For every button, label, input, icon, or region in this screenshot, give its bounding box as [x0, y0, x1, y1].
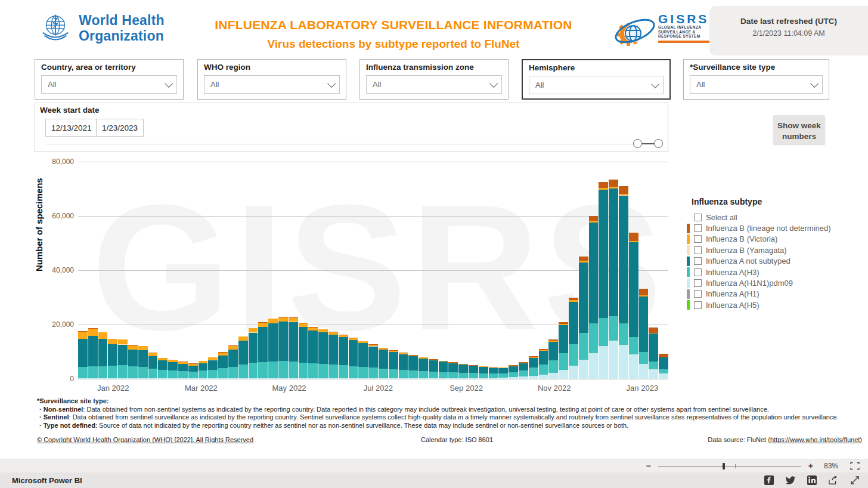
legend-item[interactable]: Influenza A(H1N1)pdm09 — [687, 277, 831, 288]
bar-week-2022-05-09[interactable] — [289, 162, 298, 379]
bar-week-2023-01-23[interactable] — [659, 162, 668, 379]
bar-week-2022-10-17[interactable] — [519, 162, 528, 379]
bar-week-2022-04-25[interactable] — [268, 162, 278, 379]
bar-week-2022-11-07[interactable] — [548, 162, 558, 379]
bar-week-2022-12-12[interactable] — [599, 162, 608, 379]
bar-week-2023-01-09[interactable] — [639, 162, 649, 379]
legend-checkbox[interactable] — [694, 301, 702, 309]
start-date-input[interactable]: 12/13/2021 — [45, 119, 98, 137]
fullscreen-icon[interactable] — [850, 475, 860, 485]
legend-item[interactable]: Influenza B (lineage not determined) — [687, 223, 831, 233]
zoom-slider-handle[interactable] — [723, 463, 725, 470]
legend-item[interactable]: Influenza A(H1) — [687, 289, 831, 299]
bar-week-2022-06-13[interactable] — [339, 162, 348, 379]
bar-week-2022-03-21[interactable] — [218, 162, 228, 379]
legend-checkbox[interactable] — [694, 224, 702, 232]
data-source-link[interactable]: https://www.who.int/tools/flunet — [770, 436, 860, 443]
bar-week-2022-01-10[interactable] — [118, 162, 128, 379]
bar-week-2022-09-12[interactable] — [469, 162, 478, 379]
zoom-out-button[interactable]: − — [646, 463, 651, 469]
fit-to-page-icon[interactable] — [850, 462, 860, 470]
bar-week-2022-11-21[interactable] — [569, 162, 578, 379]
bar-week-2021-12-27[interactable] — [98, 162, 108, 379]
legend-item[interactable]: Influenza A(H5) — [687, 299, 831, 310]
zoom-slider[interactable] — [658, 462, 801, 470]
legend-item[interactable]: Influenza A not subtyped — [687, 256, 831, 267]
legend-checkbox[interactable] — [694, 235, 702, 243]
bar-week-2022-10-24[interactable] — [529, 162, 538, 379]
bar-week-2022-08-15[interactable] — [429, 162, 438, 379]
bar-week-2022-03-28[interactable] — [228, 162, 238, 379]
slicer-dropdown-hemisphere[interactable]: All — [529, 76, 664, 94]
legend-item[interactable]: Influenza B (Yamagata) — [687, 245, 831, 255]
show-week-numbers-button[interactable]: Show week numbers — [773, 115, 825, 144]
bar-week-2022-08-22[interactable] — [439, 162, 448, 379]
legend-checkbox[interactable] — [694, 257, 702, 265]
bar-week-2022-05-02[interactable] — [278, 162, 288, 379]
bar-week-2022-05-30[interactable] — [318, 162, 328, 379]
copyright-link[interactable]: © Copyright World Health Organization (W… — [37, 436, 253, 443]
bar-week-2022-05-16[interactable] — [299, 162, 308, 379]
legend-item[interactable]: Influenza A(H3) — [687, 267, 831, 277]
bar-week-2022-08-08[interactable] — [418, 162, 428, 379]
legend-checkbox[interactable] — [694, 290, 702, 298]
date-range-end-handle[interactable] — [654, 139, 663, 148]
bar-week-2022-04-04[interactable] — [238, 162, 248, 379]
bar-week-2022-09-19[interactable] — [479, 162, 488, 379]
bar-week-2023-01-16[interactable] — [649, 162, 658, 379]
bar-week-2022-11-28[interactable] — [579, 162, 588, 379]
share-icon[interactable] — [828, 475, 839, 485]
bar-week-2022-06-06[interactable] — [328, 162, 338, 379]
slicer-dropdown-who-region[interactable]: All — [204, 75, 340, 94]
bar-week-2022-07-25[interactable] — [399, 162, 408, 379]
bar-week-2022-02-28[interactable] — [188, 162, 198, 379]
bar-week-2022-09-05[interactable] — [458, 162, 468, 379]
legend-checkbox[interactable] — [694, 279, 702, 287]
bar-week-2022-12-26[interactable] — [619, 162, 628, 379]
bar-week-2022-03-14[interactable] — [208, 162, 218, 379]
bar-week-2022-02-21[interactable] — [178, 162, 188, 379]
bar-week-2022-08-01[interactable] — [408, 162, 418, 379]
bar-week-2022-11-14[interactable] — [559, 162, 568, 379]
bar-week-2023-01-02[interactable] — [629, 162, 638, 379]
zoom-in-button[interactable]: + — [808, 463, 813, 469]
date-range-start-handle[interactable] — [633, 139, 642, 148]
twitter-icon[interactable] — [785, 476, 796, 485]
bar-week-2021-12-20[interactable] — [88, 162, 98, 379]
bar-week-2022-01-17[interactable] — [128, 162, 138, 379]
slicer-dropdown-country[interactable]: All — [41, 75, 177, 94]
bar-week-2022-10-03[interactable] — [498, 162, 508, 379]
bar-week-2022-12-19[interactable] — [609, 162, 618, 379]
bar-week-2022-08-29[interactable] — [448, 162, 458, 379]
bar-week-2022-07-04[interactable] — [368, 162, 378, 379]
bar-week-2022-10-10[interactable] — [509, 162, 518, 379]
linkedin-icon[interactable] — [807, 475, 817, 485]
legend-item[interactable]: Influenza B (Victoria) — [687, 234, 831, 245]
bar-week-2022-06-27[interactable] — [358, 162, 368, 379]
bar-week-2022-07-11[interactable] — [379, 162, 388, 379]
bar-week-2022-06-20[interactable] — [349, 162, 358, 379]
bar-week-2022-03-07[interactable] — [199, 162, 208, 379]
bar-week-2022-02-14[interactable] — [168, 162, 178, 379]
legend-checkbox[interactable] — [694, 268, 702, 276]
bar-week-2022-05-23[interactable] — [308, 162, 318, 379]
bar-week-2021-12-13[interactable] — [78, 162, 88, 379]
bar-week-2022-07-18[interactable] — [389, 162, 398, 379]
bar-week-2022-01-24[interactable] — [138, 162, 148, 379]
legend-checkbox[interactable] — [694, 246, 702, 254]
bar-week-2022-01-03[interactable] — [108, 162, 117, 379]
date-range-track[interactable] — [46, 144, 659, 144]
bar-week-2022-01-31[interactable] — [148, 162, 158, 379]
legend-item[interactable]: Select all — [687, 212, 831, 223]
bar-week-2022-04-11[interactable] — [249, 162, 258, 379]
legend-checkbox[interactable] — [694, 214, 702, 221]
bar-week-2022-12-05[interactable] — [589, 162, 599, 379]
bar-week-2022-09-26[interactable] — [489, 162, 498, 379]
slicer-dropdown-site-type[interactable]: All — [690, 75, 823, 94]
bar-week-2022-10-31[interactable] — [539, 162, 548, 379]
bar-week-2022-04-18[interactable] — [258, 162, 268, 379]
slicer-dropdown-transmission-zone[interactable]: All — [366, 75, 502, 94]
end-date-input[interactable]: 1/23/2023 — [96, 119, 144, 137]
facebook-icon[interactable] — [764, 475, 774, 485]
bar-week-2022-02-07[interactable] — [158, 162, 168, 379]
